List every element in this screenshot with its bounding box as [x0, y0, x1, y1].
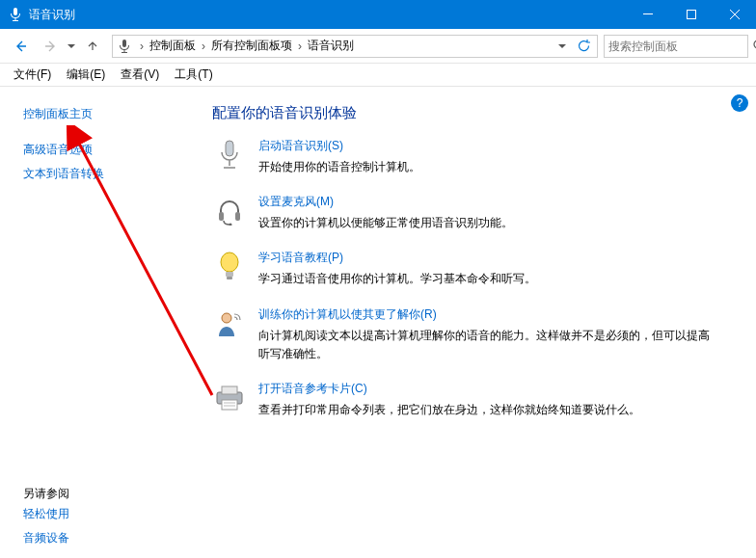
svg-rect-12 — [222, 386, 237, 394]
address-bar[interactable]: › 控制面板 › 所有控制面板项 › 语音识别 — [112, 35, 598, 58]
chevron-right-icon[interactable]: › — [294, 40, 306, 53]
link-start-speech[interactable]: 启动语音识别(S) — [258, 139, 343, 152]
sidebar-ease-of-access[interactable]: 轻松使用 — [23, 502, 185, 526]
up-button[interactable] — [79, 33, 106, 60]
menu-file[interactable]: 文件(F) — [8, 65, 57, 85]
window-controls — [626, 0, 756, 29]
breadcrumb-seg[interactable]: 控制面板 — [148, 38, 198, 54]
option-desc: 学习通过语音使用你的计算机。学习基本命令和听写。 — [258, 270, 536, 288]
chevron-down-icon[interactable] — [68, 40, 75, 53]
search-input[interactable] — [608, 40, 753, 53]
option-setup-mic: 设置麦克风(M) 设置你的计算机以便能够正常使用语音识别功能。 — [212, 194, 717, 232]
close-button[interactable] — [713, 0, 756, 29]
sidebar-advanced-speech[interactable]: 高级语音选项 — [23, 138, 185, 162]
breadcrumb-seg[interactable]: 所有控制面板项 — [209, 38, 294, 54]
search-box[interactable] — [604, 35, 748, 58]
microphone-icon — [117, 39, 132, 54]
see-also-heading: 另请参阅 — [23, 486, 185, 502]
window-title: 语音识别 — [29, 7, 626, 23]
help-button[interactable]: ? — [731, 94, 748, 112]
content: ? 配置你的语音识别体验 启动语音识别(S) 开始使用你的语音控制计算机。 设置… — [193, 87, 756, 558]
option-train: 训练你的计算机以使其更了解你(R) 向计算机阅读文本以提高计算机理解你的语音的能… — [212, 306, 717, 363]
link-reference-card[interactable]: 打开语音参考卡片(C) — [258, 382, 367, 395]
minimize-button[interactable] — [626, 0, 669, 29]
option-reference-card: 打开语音参考卡片(C) 查看并打印常用命令列表，把它们放在身边，这样你就始终知道… — [212, 381, 717, 419]
menubar: 文件(F) 编辑(E) 查看(V) 工具(T) — [0, 64, 756, 87]
option-desc: 查看并打印常用命令列表，把它们放在身边，这样你就始终知道要说什么。 — [258, 401, 640, 419]
microphone-icon — [212, 138, 247, 173]
page-heading: 配置你的语音识别体验 — [212, 104, 717, 122]
link-train[interactable]: 训练你的计算机以使其更了解你(R) — [258, 307, 437, 321]
svg-rect-5 — [235, 212, 240, 221]
printer-icon — [212, 381, 247, 415]
refresh-button[interactable] — [574, 37, 593, 56]
svg-rect-3 — [226, 141, 233, 156]
menu-tools[interactable]: 工具(T) — [169, 65, 218, 85]
navbar: › 控制面板 › 所有控制面板项 › 语音识别 — [0, 29, 756, 64]
svg-rect-9 — [227, 277, 232, 279]
svg-rect-13 — [222, 400, 237, 410]
link-setup-mic[interactable]: 设置麦克风(M) — [258, 195, 334, 208]
chevron-right-icon[interactable]: › — [136, 40, 148, 53]
option-start-speech: 启动语音识别(S) 开始使用你的语音控制计算机。 — [212, 138, 717, 176]
svg-rect-8 — [226, 272, 233, 277]
chevron-right-icon[interactable]: › — [198, 40, 209, 53]
svg-point-10 — [222, 313, 231, 323]
menu-edit[interactable]: 编辑(E) — [61, 65, 111, 85]
titlebar: 语音识别 — [0, 0, 756, 29]
sidebar-tts[interactable]: 文本到语音转换 — [23, 162, 185, 186]
svg-point-7 — [221, 252, 238, 272]
back-button[interactable] — [8, 33, 35, 60]
breadcrumb-seg[interactable]: 语音识别 — [306, 38, 356, 54]
body: 控制面板主页 高级语音选项 文本到语音转换 另请参阅 轻松使用 音频设备 ? 配… — [0, 87, 756, 558]
svg-rect-4 — [219, 212, 224, 221]
menu-view[interactable]: 查看(V) — [115, 65, 165, 85]
option-desc: 开始使用你的语音控制计算机。 — [258, 158, 420, 176]
history-dropdown-button[interactable] — [553, 37, 572, 56]
maximize-button[interactable] — [669, 0, 713, 29]
option-tutorial: 学习语音教程(P) 学习通过语音使用你的计算机。学习基本命令和听写。 — [212, 250, 717, 288]
sidebar-audio-devices[interactable]: 音频设备 — [23, 526, 185, 550]
svg-rect-1 — [687, 11, 695, 19]
forward-button[interactable] — [37, 33, 64, 60]
microphone-icon — [8, 7, 23, 22]
sidebar: 控制面板主页 高级语音选项 文本到语音转换 另请参阅 轻松使用 音频设备 — [0, 87, 193, 558]
lightbulb-icon — [212, 250, 247, 284]
option-desc: 设置你的计算机以便能够正常使用语音识别功能。 — [258, 214, 513, 232]
option-desc: 向计算机阅读文本以提高计算机理解你的语音的能力。这样做并不是必须的，但可以提高听… — [258, 327, 717, 363]
sidebar-home[interactable]: 控制面板主页 — [23, 102, 185, 126]
person-speaking-icon — [212, 306, 247, 341]
headset-icon — [212, 194, 247, 228]
svg-point-6 — [230, 224, 232, 226]
link-tutorial[interactable]: 学习语音教程(P) — [258, 251, 343, 264]
svg-rect-0 — [643, 13, 653, 14]
